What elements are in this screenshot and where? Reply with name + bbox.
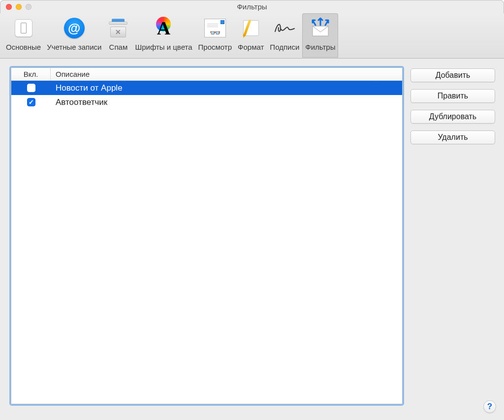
close-window-button[interactable] xyxy=(6,4,12,10)
tab-viewing[interactable]: 👓 Просмотр xyxy=(195,13,235,58)
help-button[interactable]: ? xyxy=(483,400,496,413)
tab-general[interactable]: Основные xyxy=(3,13,44,58)
zoom-window-button[interactable] xyxy=(26,4,32,10)
tab-junk[interactable]: ✕ Спам xyxy=(104,13,132,58)
column-enabled[interactable]: Вкл. xyxy=(11,68,51,80)
composing-icon xyxy=(241,18,261,38)
tab-fonts[interactable]: A Шрифты и цвета xyxy=(132,13,195,58)
rules-list-header: Вкл. Описание xyxy=(11,68,402,81)
rule-enabled-checkbox[interactable] xyxy=(27,98,35,106)
tab-signatures-label: Подписи xyxy=(270,43,299,51)
trash-icon: ✕ xyxy=(109,19,127,37)
window-title: Фильтры xyxy=(0,2,504,11)
tab-viewing-label: Просмотр xyxy=(198,43,232,51)
tab-rules[interactable]: Фильтры xyxy=(302,13,338,58)
rule-description: Автоответчик xyxy=(51,97,402,107)
preferences-window: Фильтры Основные @ Учетные записи ✕ Спам xyxy=(0,0,504,420)
rules-pane: Вкл. Описание Новости от Apple Автоответ… xyxy=(0,59,504,420)
fonts-colors-icon: A xyxy=(153,18,174,38)
rules-rows: Новости от Apple Автоответчик xyxy=(11,81,402,404)
rules-buttons: Добавить Править Дублировать Удалить xyxy=(410,68,495,409)
at-icon: @ xyxy=(64,18,85,38)
tab-composing-label: Формат xyxy=(238,43,264,51)
edit-rule-button[interactable]: Править xyxy=(410,89,495,103)
viewing-icon: 👓 xyxy=(204,19,226,37)
rule-enabled-checkbox[interactable] xyxy=(27,84,35,92)
delete-rule-button[interactable]: Удалить xyxy=(410,130,495,144)
preferences-toolbar: Основные @ Учетные записи ✕ Спам A xyxy=(0,13,504,59)
tab-signatures[interactable]: Подписи xyxy=(267,13,302,58)
rule-description: Новости от Apple xyxy=(51,83,402,93)
duplicate-rule-button[interactable]: Дублировать xyxy=(410,110,495,124)
general-icon xyxy=(15,19,32,37)
tab-rules-label: Фильтры xyxy=(305,43,335,51)
rules-icon xyxy=(310,18,331,38)
window-controls xyxy=(6,4,32,10)
rule-row[interactable]: Новости от Apple xyxy=(11,81,402,95)
tab-composing[interactable]: Формат xyxy=(235,13,267,58)
rules-list[interactable]: Вкл. Описание Новости от Apple Автоответ… xyxy=(11,67,403,404)
tab-accounts[interactable]: @ Учетные записи xyxy=(44,13,104,58)
rule-row[interactable]: Автоответчик xyxy=(11,95,402,109)
minimize-window-button[interactable] xyxy=(16,4,22,10)
tab-junk-label: Спам xyxy=(109,43,128,51)
add-rule-button[interactable]: Добавить xyxy=(410,68,495,82)
tab-fonts-label: Шрифты и цвета xyxy=(135,43,192,51)
titlebar: Фильтры xyxy=(0,0,504,13)
tab-accounts-label: Учетные записи xyxy=(47,43,101,51)
column-description[interactable]: Описание xyxy=(51,68,402,80)
signature-icon xyxy=(274,19,295,37)
tab-general-label: Основные xyxy=(6,43,41,51)
